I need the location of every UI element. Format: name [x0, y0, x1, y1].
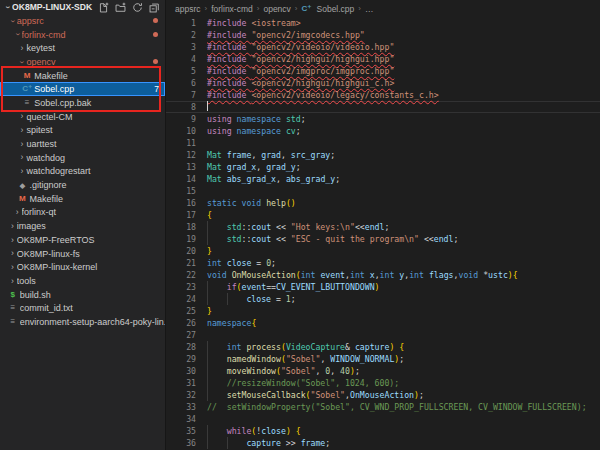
breadcrumb-item[interactable]: opencv: [263, 4, 290, 14]
line-number: 9: [166, 113, 196, 125]
tree-item-images[interactable]: ›images: [0, 219, 165, 233]
tree-item-ok8mp-freertos[interactable]: ›OK8MP-FreeRTOS: [0, 233, 165, 247]
code-line-36[interactable]: 36capture >> frame;: [166, 437, 600, 449]
tree-item-label: forlinx-qt: [22, 207, 165, 217]
new-file-icon[interactable]: [98, 2, 109, 13]
code-line-11[interactable]: 11: [166, 137, 600, 149]
line-number: 29: [166, 353, 196, 365]
tree-item-forlinx-qt[interactable]: ›forlinx-qt: [0, 206, 165, 220]
code-line-10[interactable]: 10using namespace cv;: [166, 125, 600, 137]
code-line-28[interactable]: 28int process(VideoCapture& capture) {: [166, 341, 600, 353]
tree-item-keytest[interactable]: ›keytest: [0, 41, 165, 55]
line-number: 2: [166, 29, 196, 41]
chevron-down-icon: ›: [18, 57, 27, 66]
code-line-22[interactable]: 22void OnMouseAction(int event,int x,int…: [166, 269, 600, 281]
code-line-text: [207, 101, 600, 113]
collapse-folders-icon[interactable]: [149, 2, 160, 13]
code-line-25[interactable]: 25}: [166, 305, 600, 317]
tree-item-watchdogrestart[interactable]: ›watchdogrestart: [0, 165, 165, 179]
code-area[interactable]: 1#include <iostream>2#include "opencv2/i…: [166, 17, 600, 450]
chevron-right-icon: ›: [8, 263, 17, 272]
code-line-text: #include <opencv2/videoio/legacy/constan…: [207, 89, 600, 101]
tree-item-ok8mp-linux-kernel[interactable]: ›OK8MP-linux-kernel: [0, 260, 165, 274]
code-line-34[interactable]: 34: [166, 413, 600, 425]
line-number: 32: [166, 389, 196, 401]
tree-item-ok8mp-linux-fs[interactable]: ›OK8MP-linux-fs: [0, 247, 165, 261]
tree-item-watchdog[interactable]: ›watchdog: [0, 151, 165, 165]
code-line-24[interactable]: 24close = 1;: [166, 293, 600, 305]
tree-item-opencv[interactable]: ›opencv: [0, 55, 165, 69]
code-line-text: int close = 0;: [207, 257, 600, 269]
line-number: 22: [166, 269, 196, 281]
code-line-29[interactable]: 29namedWindow("Sobel", WINDOW_NORMAL);: [166, 353, 600, 365]
code-line-35[interactable]: 35while(!close) {: [166, 425, 600, 437]
breadcrumb-item[interactable]: forlinx-cmd: [211, 4, 253, 14]
code-line-text: namedWindow("Sobel", WINDOW_NORMAL);: [207, 353, 600, 365]
refresh-explorer-icon[interactable]: [132, 2, 143, 13]
code-line-4[interactable]: 4#include "opencv2/highgui/highgui.hpp": [166, 53, 600, 65]
code-line-30[interactable]: 30moveWindow("Sobel", 0, 40);: [166, 365, 600, 377]
tree-item-build-sh[interactable]: $build.sh: [0, 288, 165, 302]
code-line-text: [207, 329, 600, 341]
tree-item-quectel-cm[interactable]: ›quectel-CM: [0, 110, 165, 124]
code-line-33[interactable]: 33// setWindowProperty("Sobel", CV_WND_P…: [166, 401, 600, 413]
code-line-9[interactable]: 9using namespace std;: [166, 113, 600, 125]
code-line-3[interactable]: 3#include "opencv2/videoio/videoio.hpp": [166, 41, 600, 53]
tree-item-label: .gitignore: [29, 180, 165, 190]
tree-item-spitest[interactable]: ›spitest: [0, 124, 165, 138]
tree-item-root[interactable]: › OK8MP-LINUX-SDK: [0, 0, 165, 14]
line-number: 7: [166, 89, 196, 101]
code-line-31[interactable]: 31//resizeWindow("Sobel", 1024, 600);: [166, 377, 600, 389]
code-line-7[interactable]: 7#include <opencv2/videoio/legacy/consta…: [166, 89, 600, 101]
tree-item-makefile[interactable]: MMakefile: [0, 69, 165, 83]
line-number: 33: [166, 401, 196, 413]
code-line-12[interactable]: 12Mat frame, grad, src_gray;: [166, 149, 600, 161]
code-line-27[interactable]: 27: [166, 329, 600, 341]
tree-item-label: opencv: [26, 57, 153, 67]
tree-item-commit-id-txt[interactable]: ≡commit_id.txt: [0, 301, 165, 315]
new-folder-icon[interactable]: [115, 2, 126, 13]
tree-item-makefile[interactable]: MMakefile: [0, 192, 165, 206]
breadcrumb-item[interactable]: Sobel.cpp: [317, 4, 355, 14]
tree-item-tools[interactable]: ›tools: [0, 274, 165, 288]
code-line-14[interactable]: 14Mat abs_grad_x, abs_grad_y;: [166, 173, 600, 185]
breadcrumb: appsrc›forlinx-cmd›opencv›C⁺Sobel.cpp›…: [166, 0, 600, 17]
code-line-text: Mat grad_x, grad_y;: [207, 161, 600, 173]
code-line-text: {: [207, 209, 600, 221]
tree-item-appsrc[interactable]: ›appsrc: [0, 14, 165, 28]
tree-item-sobel-cpp-bak[interactable]: ≡Sobel.cpp.bak: [0, 96, 165, 110]
tree-item-environment-setup-aarch64-poky-lin-[interactable]: ≡environment-setup-aarch64-poky-lin...: [0, 315, 165, 329]
code-line-26[interactable]: 26namespace{: [166, 317, 600, 329]
breadcrumb-item[interactable]: appsrc: [175, 4, 201, 14]
project-root-label: OK8MP-LINUX-SDK: [12, 2, 98, 12]
text-cursor: [207, 101, 208, 111]
code-line-15[interactable]: 15: [166, 185, 600, 197]
code-line-21[interactable]: 21int close = 0;: [166, 257, 600, 269]
code-line-5[interactable]: 5#include "opencv2/imgproc/imgproc.hpp": [166, 65, 600, 77]
code-line-20[interactable]: 20}: [166, 245, 600, 257]
code-line-8[interactable]: 8: [166, 101, 600, 113]
code-line-text: // setWindowProperty("Sobel", CV_WND_PRO…: [207, 401, 600, 413]
code-line-6[interactable]: 6#include <opencv2/highgui/highgui_c.h>: [166, 77, 600, 89]
code-line-text: #include <opencv2/highgui/highgui_c.h>: [207, 77, 600, 89]
line-number: 12: [166, 149, 196, 161]
breadcrumb-separator: ›: [358, 4, 361, 13]
line-number: 5: [166, 65, 196, 77]
makefile-file-icon: M: [17, 195, 27, 203]
tree-item-sobel-cpp[interactable]: C⁺Sobel.cpp7: [0, 82, 165, 96]
chevron-right-icon: ›: [13, 208, 22, 217]
code-line-18[interactable]: 18std::cout << "Hot keys:\n"<<endl;: [166, 221, 600, 233]
code-line-13[interactable]: 13Mat grad_x, grad_y;: [166, 161, 600, 173]
tree-item-uarttest[interactable]: ›uarttest: [0, 137, 165, 151]
code-line-19[interactable]: 19std::cout << "ESC - quit the program\n…: [166, 233, 600, 245]
code-line-23[interactable]: 23if(event==CV_EVENT_LBUTTONDOWN): [166, 281, 600, 293]
code-line-16[interactable]: 16static void help(): [166, 197, 600, 209]
cpp-file-icon: C⁺: [302, 4, 312, 13]
code-line-1[interactable]: 1#include <iostream>: [166, 17, 600, 29]
code-line-32[interactable]: 32setMouseCallback("Sobel",OnMouseAction…: [166, 389, 600, 401]
tree-item-forlinx-cmd[interactable]: ›forlinx-cmd: [0, 28, 165, 42]
breadcrumb-more[interactable]: …: [365, 4, 374, 14]
code-line-2[interactable]: 2#include "opencv2/imgcodecs.hpp": [166, 29, 600, 41]
code-line-17[interactable]: 17{: [166, 209, 600, 221]
tree-item--gitignore[interactable]: ◆.gitignore: [0, 178, 165, 192]
